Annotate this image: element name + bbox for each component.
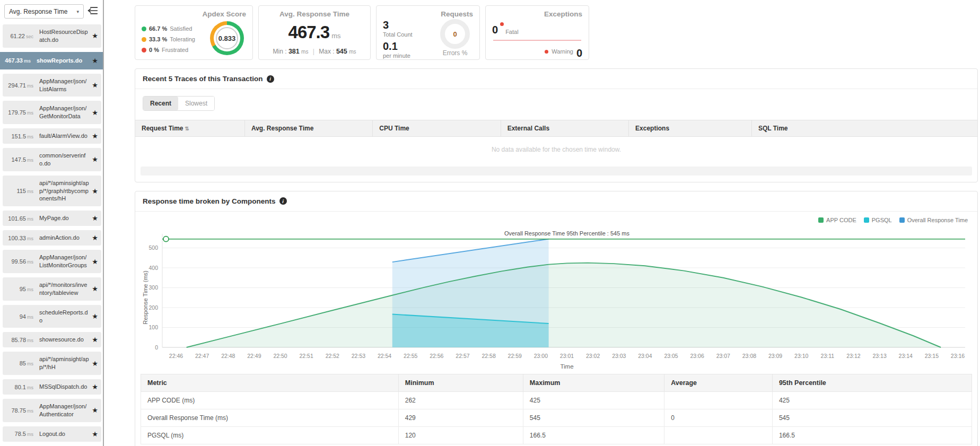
favorite-star-icon[interactable]: ★ bbox=[89, 312, 98, 320]
txn-response-time: 467.33ms bbox=[3, 57, 31, 64]
x-tick-label: 22:47 bbox=[195, 353, 209, 359]
legend-overall-label: Overall Response Time bbox=[907, 217, 968, 223]
info-icon[interactable]: i bbox=[267, 75, 274, 83]
collapse-sidebar-button[interactable] bbox=[86, 4, 100, 19]
legend-pgsql[interactable]: PGSQL bbox=[864, 217, 892, 223]
traces-column-header[interactable]: Avg. Response Time bbox=[244, 120, 372, 137]
apdex-legend-tolerating: 33.3 % Tolerating bbox=[142, 36, 195, 42]
transaction-list-item[interactable]: 467.33msshowReports.do★ bbox=[0, 52, 103, 69]
sort-icon[interactable]: ⇅ bbox=[185, 126, 189, 132]
transaction-list-item[interactable]: 61.22secHostResourceDispatch.do★ bbox=[3, 24, 101, 48]
favorite-star-icon[interactable]: ★ bbox=[89, 155, 98, 163]
transaction-list-item[interactable]: 85.78msshowresource.do★ bbox=[3, 332, 101, 347]
legend-overall[interactable]: Overall Response Time bbox=[899, 217, 968, 223]
metric-cell bbox=[664, 426, 773, 444]
x-tick-label: 23:06 bbox=[690, 353, 704, 359]
transaction-list-item[interactable]: 99.56msAppManager/json/ListMonitorGroups… bbox=[3, 250, 101, 273]
favorite-star-icon[interactable]: ★ bbox=[89, 406, 98, 414]
transaction-list-item[interactable]: 101.65msMyPage.do★ bbox=[3, 211, 101, 226]
metric-cell: 120 bbox=[398, 426, 523, 444]
apdex-card-title: Apdex Score bbox=[142, 10, 246, 18]
pgsql-swatch-icon bbox=[864, 217, 869, 223]
metric-cell: PGSQL (ms) bbox=[141, 426, 399, 444]
transaction-list-item[interactable]: 80.1msMSSqlDispatch.do★ bbox=[3, 379, 101, 395]
tolerating-label: Tolerating bbox=[170, 36, 195, 42]
tab-slowest[interactable]: Slowest bbox=[178, 97, 214, 110]
metric-cell: 166.5 bbox=[523, 426, 664, 444]
transaction-list-item[interactable]: 78.5msLogout.do★ bbox=[3, 426, 101, 442]
transaction-list-item[interactable]: 151.5msfault/AlarmView.do★ bbox=[3, 128, 101, 144]
info-icon[interactable]: i bbox=[279, 197, 287, 205]
txn-name: showresource.do bbox=[39, 336, 89, 344]
x-tick-label: 22:57 bbox=[456, 353, 469, 359]
traces-empty-row: No data available for the chosen time wi… bbox=[135, 137, 977, 162]
favorite-star-icon[interactable]: ★ bbox=[89, 383, 98, 391]
favorite-star-icon[interactable]: ★ bbox=[89, 32, 98, 40]
y-tick-label: 200 bbox=[148, 304, 158, 310]
y-tick-label: 300 bbox=[148, 284, 158, 291]
favorite-star-icon[interactable]: ★ bbox=[89, 57, 98, 65]
favorite-star-icon[interactable]: ★ bbox=[89, 234, 98, 242]
transaction-list-item[interactable]: 85msapi/*/apminsight/app/*/hH★ bbox=[3, 352, 101, 375]
errors-value: 0 bbox=[453, 30, 457, 38]
favorite-star-icon[interactable]: ★ bbox=[89, 430, 98, 438]
traces-column-header[interactable]: External Calls bbox=[501, 120, 628, 137]
favorite-star-icon[interactable]: ★ bbox=[89, 214, 98, 222]
favorite-star-icon[interactable]: ★ bbox=[89, 109, 98, 117]
transaction-list-item[interactable]: 95msapi/*/monitors/inventory/tableview★ bbox=[3, 277, 101, 301]
exceptions-sparkline bbox=[493, 40, 581, 41]
requests-per-minute-label: per minute bbox=[383, 53, 413, 59]
y-tick-label: 400 bbox=[148, 264, 158, 270]
avg-response-unit: ms bbox=[331, 32, 340, 40]
max-label: Max : bbox=[319, 48, 334, 55]
component-metrics-table: MetricMinimumMaximumAverage95th Percenti… bbox=[141, 374, 972, 444]
favorite-star-icon[interactable]: ★ bbox=[89, 258, 98, 266]
frustrated-label: Frustrated bbox=[162, 47, 188, 53]
traces-column-header[interactable]: Request Time⇅ bbox=[135, 120, 244, 137]
transaction-list-item[interactable]: 100.33msadminAction.do★ bbox=[3, 230, 101, 246]
x-tick-label: 23:07 bbox=[716, 353, 730, 359]
traces-column-header[interactable]: SQL Time bbox=[751, 120, 977, 137]
metric-cell: 545 bbox=[523, 409, 664, 426]
app-code-swatch-icon bbox=[818, 217, 824, 223]
x-tick-label: 23:11 bbox=[821, 353, 835, 359]
x-tick-label: 23:02 bbox=[586, 353, 600, 359]
min-value: 381 bbox=[288, 48, 300, 55]
txn-name: scheduleReports.do bbox=[39, 309, 89, 325]
recent-traces-panel: Recent 5 Traces of this Transaction i Re… bbox=[135, 68, 978, 182]
txn-response-time: 151.5ms bbox=[6, 133, 33, 139]
txn-name: AppManager/json/ListMonitorGroups bbox=[39, 253, 89, 269]
transaction-list-item[interactable]: 94msscheduleReports.do★ bbox=[3, 305, 101, 328]
tab-recent[interactable]: Recent bbox=[143, 97, 178, 110]
x-tick-label: 22:59 bbox=[508, 353, 522, 359]
avg-response-time-card: Avg. Response Time 467.3ms Min : 381 ms … bbox=[258, 5, 371, 60]
traces-column-header[interactable]: Exceptions bbox=[629, 120, 752, 137]
transaction-list-item[interactable]: 115msapi/*/apminsight/app/*/graph/rtbyco… bbox=[3, 176, 101, 207]
x-axis-title: Time bbox=[560, 363, 573, 370]
transaction-list-item[interactable]: 147.5mscommon/serverinfo.do★ bbox=[3, 148, 101, 171]
requests-total: 3 bbox=[383, 19, 413, 31]
x-tick-label: 23:08 bbox=[742, 353, 756, 359]
transaction-list: 61.22secHostResourceDispatch.do★467.33ms… bbox=[0, 24, 103, 446]
legend-app-code[interactable]: APP CODE bbox=[818, 217, 856, 223]
transaction-list-item[interactable]: 294.71msAppManager/json/ListAlarms★ bbox=[3, 74, 101, 97]
favorite-star-icon[interactable]: ★ bbox=[89, 132, 98, 140]
favorite-star-icon[interactable]: ★ bbox=[89, 360, 98, 368]
favorite-star-icon[interactable]: ★ bbox=[89, 187, 98, 195]
favorite-star-icon[interactable]: ★ bbox=[89, 81, 98, 89]
metric-column-header: Average bbox=[664, 374, 773, 391]
metric-filter-dropdown[interactable]: Avg. Response Time ▾ bbox=[4, 4, 84, 19]
favorite-star-icon[interactable]: ★ bbox=[89, 285, 98, 293]
traces-column-header[interactable]: CPU Time bbox=[373, 120, 501, 137]
metric-cell: 0 bbox=[664, 409, 773, 426]
fatal-exceptions: 0 Fatal bbox=[492, 24, 582, 35]
x-tick-label: 23:14 bbox=[899, 353, 913, 359]
x-tick-label: 22:46 bbox=[169, 353, 183, 359]
recent-traces-title: Recent 5 Traces of this Transaction bbox=[143, 75, 263, 83]
favorite-star-icon[interactable]: ★ bbox=[89, 336, 98, 344]
x-tick-label: 22:53 bbox=[352, 353, 365, 359]
x-tick-label: 23:01 bbox=[560, 353, 574, 359]
metric-cell bbox=[664, 391, 773, 409]
transaction-list-item[interactable]: 179.75msAppManager/json/GetMonitorData★ bbox=[3, 101, 101, 124]
transaction-list-item[interactable]: 78.75msAppManager/json/Authenticator★ bbox=[3, 399, 101, 422]
